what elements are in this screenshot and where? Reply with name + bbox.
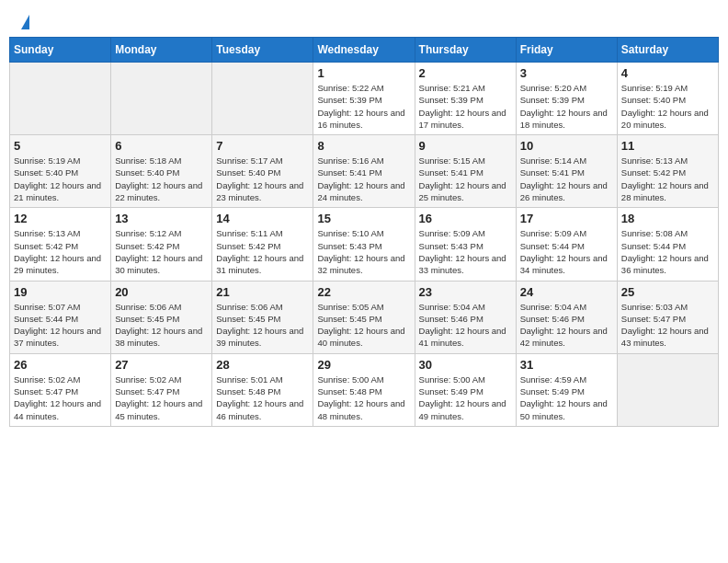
day-number: 26 xyxy=(14,358,107,372)
day-number: 2 xyxy=(419,66,512,80)
day-info: Sunrise: 5:16 AM Sunset: 5:41 PM Dayligh… xyxy=(317,155,410,203)
day-info: Sunrise: 5:17 AM Sunset: 5:40 PM Dayligh… xyxy=(216,155,309,203)
calendar-cell: 25Sunrise: 5:03 AM Sunset: 5:47 PM Dayli… xyxy=(617,281,718,353)
calendar-cell: 29Sunrise: 5:00 AM Sunset: 5:48 PM Dayli… xyxy=(313,353,415,426)
page-wrapper: SundayMondayTuesdayWednesdayThursdayFrid… xyxy=(0,0,728,436)
day-info: Sunrise: 5:10 AM Sunset: 5:43 PM Dayligh… xyxy=(317,227,410,276)
logo xyxy=(18,15,29,29)
day-info: Sunrise: 4:59 AM Sunset: 5:49 PM Dayligh… xyxy=(520,373,613,422)
calendar-cell: 17Sunrise: 5:09 AM Sunset: 5:44 PM Dayli… xyxy=(516,208,617,281)
calendar-cell xyxy=(111,63,212,135)
day-info: Sunrise: 5:01 AM Sunset: 5:48 PM Dayligh… xyxy=(216,373,309,422)
day-number: 7 xyxy=(216,139,309,153)
calendar-week-1: 1Sunrise: 5:22 AM Sunset: 5:39 PM Daylig… xyxy=(10,63,719,135)
logo-triangle-icon xyxy=(21,15,29,29)
calendar-cell xyxy=(617,353,718,426)
day-number: 13 xyxy=(115,212,208,225)
day-info: Sunrise: 5:06 AM Sunset: 5:45 PM Dayligh… xyxy=(216,301,309,350)
calendar-cell: 18Sunrise: 5:08 AM Sunset: 5:44 PM Dayli… xyxy=(617,208,718,281)
day-number: 25 xyxy=(621,285,714,299)
day-info: Sunrise: 5:02 AM Sunset: 5:47 PM Dayligh… xyxy=(14,373,107,422)
day-number: 27 xyxy=(115,358,208,372)
day-number: 1 xyxy=(317,66,410,80)
day-number: 29 xyxy=(317,358,410,372)
calendar-cell: 15Sunrise: 5:10 AM Sunset: 5:43 PM Dayli… xyxy=(313,208,415,281)
day-info: Sunrise: 5:02 AM Sunset: 5:47 PM Dayligh… xyxy=(115,373,208,422)
day-number: 10 xyxy=(520,139,613,153)
calendar-header-tuesday: Tuesday xyxy=(212,38,313,63)
calendar-cell: 4Sunrise: 5:19 AM Sunset: 5:40 PM Daylig… xyxy=(617,63,718,135)
day-number: 3 xyxy=(520,66,613,80)
calendar-cell: 24Sunrise: 5:04 AM Sunset: 5:46 PM Dayli… xyxy=(516,281,617,353)
calendar-header-sunday: Sunday xyxy=(10,38,111,63)
day-info: Sunrise: 5:13 AM Sunset: 5:42 PM Dayligh… xyxy=(621,155,714,203)
day-info: Sunrise: 5:15 AM Sunset: 5:41 PM Dayligh… xyxy=(419,155,512,203)
calendar-cell: 12Sunrise: 5:13 AM Sunset: 5:42 PM Dayli… xyxy=(10,208,111,281)
day-info: Sunrise: 5:19 AM Sunset: 5:40 PM Dayligh… xyxy=(621,82,714,131)
day-info: Sunrise: 5:03 AM Sunset: 5:47 PM Dayligh… xyxy=(621,301,714,350)
calendar-cell: 16Sunrise: 5:09 AM Sunset: 5:43 PM Dayli… xyxy=(415,208,516,281)
day-number: 31 xyxy=(520,358,613,372)
day-info: Sunrise: 5:20 AM Sunset: 5:39 PM Dayligh… xyxy=(520,82,613,131)
calendar-cell: 1Sunrise: 5:22 AM Sunset: 5:39 PM Daylig… xyxy=(313,63,415,135)
calendar-cell: 2Sunrise: 5:21 AM Sunset: 5:39 PM Daylig… xyxy=(415,63,516,135)
calendar-cell: 28Sunrise: 5:01 AM Sunset: 5:48 PM Dayli… xyxy=(212,353,313,426)
calendar-cell: 5Sunrise: 5:19 AM Sunset: 5:40 PM Daylig… xyxy=(10,135,111,208)
calendar-cell: 3Sunrise: 5:20 AM Sunset: 5:39 PM Daylig… xyxy=(516,63,617,135)
calendar-cell: 20Sunrise: 5:06 AM Sunset: 5:45 PM Dayli… xyxy=(111,281,212,353)
day-number: 6 xyxy=(115,139,208,153)
day-number: 22 xyxy=(317,285,410,299)
day-info: Sunrise: 5:04 AM Sunset: 5:46 PM Dayligh… xyxy=(520,301,613,350)
day-number: 16 xyxy=(419,212,512,225)
day-info: Sunrise: 5:18 AM Sunset: 5:40 PM Dayligh… xyxy=(115,155,208,203)
day-info: Sunrise: 5:14 AM Sunset: 5:41 PM Dayligh… xyxy=(520,155,613,203)
day-number: 28 xyxy=(216,358,309,372)
day-info: Sunrise: 5:09 AM Sunset: 5:43 PM Dayligh… xyxy=(419,227,512,276)
day-number: 15 xyxy=(317,212,410,225)
day-info: Sunrise: 5:06 AM Sunset: 5:45 PM Dayligh… xyxy=(115,301,208,350)
day-info: Sunrise: 5:11 AM Sunset: 5:42 PM Dayligh… xyxy=(216,227,309,276)
calendar-cell: 9Sunrise: 5:15 AM Sunset: 5:41 PM Daylig… xyxy=(415,135,516,208)
day-number: 20 xyxy=(115,285,208,299)
calendar-cell: 19Sunrise: 5:07 AM Sunset: 5:44 PM Dayli… xyxy=(10,281,111,353)
calendar-header-thursday: Thursday xyxy=(415,38,516,63)
day-info: Sunrise: 5:00 AM Sunset: 5:48 PM Dayligh… xyxy=(317,373,410,422)
calendar-table: SundayMondayTuesdayWednesdayThursdayFrid… xyxy=(9,37,719,427)
calendar-cell: 31Sunrise: 4:59 AM Sunset: 5:49 PM Dayli… xyxy=(516,353,617,426)
day-number: 23 xyxy=(419,285,512,299)
calendar-week-2: 5Sunrise: 5:19 AM Sunset: 5:40 PM Daylig… xyxy=(10,135,719,208)
calendar-cell: 8Sunrise: 5:16 AM Sunset: 5:41 PM Daylig… xyxy=(313,135,415,208)
day-info: Sunrise: 5:19 AM Sunset: 5:40 PM Dayligh… xyxy=(14,155,107,203)
day-number: 14 xyxy=(216,212,309,225)
calendar-cell: 30Sunrise: 5:00 AM Sunset: 5:49 PM Dayli… xyxy=(415,353,516,426)
page-header xyxy=(0,0,728,37)
calendar-cell: 21Sunrise: 5:06 AM Sunset: 5:45 PM Dayli… xyxy=(212,281,313,353)
calendar-cell: 14Sunrise: 5:11 AM Sunset: 5:42 PM Dayli… xyxy=(212,208,313,281)
day-number: 19 xyxy=(14,285,107,299)
calendar-cell: 26Sunrise: 5:02 AM Sunset: 5:47 PM Dayli… xyxy=(10,353,111,426)
calendar-cell: 22Sunrise: 5:05 AM Sunset: 5:45 PM Dayli… xyxy=(313,281,415,353)
day-number: 30 xyxy=(419,358,512,372)
calendar-cell xyxy=(10,63,111,135)
day-info: Sunrise: 5:07 AM Sunset: 5:44 PM Dayligh… xyxy=(14,301,107,350)
day-info: Sunrise: 5:05 AM Sunset: 5:45 PM Dayligh… xyxy=(317,301,410,350)
day-number: 11 xyxy=(621,139,714,153)
day-info: Sunrise: 5:12 AM Sunset: 5:42 PM Dayligh… xyxy=(115,227,208,276)
day-number: 8 xyxy=(317,139,410,153)
day-number: 4 xyxy=(621,66,714,80)
day-info: Sunrise: 5:00 AM Sunset: 5:49 PM Dayligh… xyxy=(419,373,512,422)
day-number: 21 xyxy=(216,285,309,299)
calendar-header-monday: Monday xyxy=(111,38,212,63)
calendar-cell: 27Sunrise: 5:02 AM Sunset: 5:47 PM Dayli… xyxy=(111,353,212,426)
day-number: 5 xyxy=(14,139,107,153)
day-info: Sunrise: 5:09 AM Sunset: 5:44 PM Dayligh… xyxy=(520,227,613,276)
calendar-header-wednesday: Wednesday xyxy=(313,38,415,63)
day-number: 17 xyxy=(520,212,613,225)
calendar-week-5: 26Sunrise: 5:02 AM Sunset: 5:47 PM Dayli… xyxy=(10,353,719,426)
calendar-header-saturday: Saturday xyxy=(617,38,718,63)
day-info: Sunrise: 5:13 AM Sunset: 5:42 PM Dayligh… xyxy=(14,227,107,276)
day-number: 12 xyxy=(14,212,107,225)
calendar-cell xyxy=(212,63,313,135)
day-number: 9 xyxy=(419,139,512,153)
calendar-cell: 6Sunrise: 5:18 AM Sunset: 5:40 PM Daylig… xyxy=(111,135,212,208)
